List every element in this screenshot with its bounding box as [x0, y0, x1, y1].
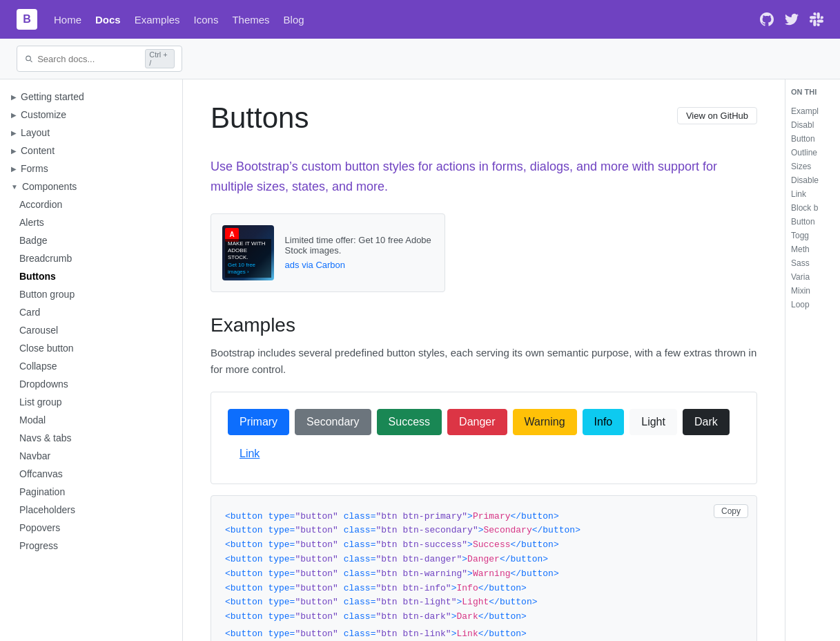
sidebar-item-buttons[interactable]: Buttons: [0, 267, 182, 285]
sidebar-item-content[interactable]: ▶ Content: [0, 142, 182, 160]
copy-button[interactable]: Copy: [714, 504, 748, 518]
sidebar-item-forms[interactable]: ▶ Forms: [0, 160, 182, 178]
sidebar-item-carousel[interactable]: Carousel: [0, 321, 182, 339]
sidebar-item-card[interactable]: Card: [0, 303, 182, 321]
sidebar-item-close-button[interactable]: Close button: [0, 339, 182, 357]
search-input-wrap[interactable]: Ctrl + /: [17, 46, 182, 72]
sidebar-item-navbar[interactable]: Navbar: [0, 447, 182, 465]
right-sidebar-item-outline[interactable]: Outline: [791, 146, 834, 160]
right-sidebar-item-disabled[interactable]: Disabl: [791, 118, 834, 132]
navbar-right: [760, 12, 823, 26]
sidebar-item-progress[interactable]: Progress: [0, 537, 182, 555]
sidebar-item-button-group[interactable]: Button group: [0, 285, 182, 303]
code-line: <button type="button" class="btn btn-dan…: [225, 553, 743, 567]
btn-link[interactable]: Link: [228, 441, 271, 467]
nav-themes[interactable]: Themes: [232, 14, 269, 26]
right-sidebar-item-link[interactable]: Link: [791, 187, 834, 201]
examples-desc: Bootstrap includes several predefined bu…: [211, 345, 757, 378]
sidebar-item-dropdowns[interactable]: Dropdowns: [0, 375, 182, 393]
sidebar-item-getting-started[interactable]: ▶ Getting started: [0, 88, 182, 106]
github-icon[interactable]: [760, 12, 774, 26]
code-line: <button type="button" class="btn btn-dar…: [225, 610, 743, 624]
nav-links: Home Docs Examples Icons Themes Blog: [54, 14, 304, 26]
code-content: <button type="button" class="btn btn-pri…: [225, 510, 743, 641]
right-sidebar-item-button[interactable]: Button: [791, 132, 834, 146]
right-sidebar-item-sizes[interactable]: Sizes: [791, 160, 834, 173]
right-sidebar-item-block-b[interactable]: Block b: [791, 201, 834, 215]
btn-success[interactable]: Success: [377, 409, 442, 435]
sidebar-item-layout[interactable]: ▶ Layout: [0, 124, 182, 142]
code-line: <button type="button" class="btn btn-lig…: [225, 595, 743, 610]
search-input[interactable]: [37, 54, 141, 64]
brand-link[interactable]: B: [17, 9, 37, 30]
right-sidebar: On thi Exampl Disabl Button Outline Size…: [785, 79, 840, 641]
right-sidebar-item-loop[interactable]: Loop: [791, 298, 834, 312]
sidebar-item-alerts[interactable]: Alerts: [0, 213, 182, 231]
right-sidebar-item-mixins[interactable]: Mixin: [791, 284, 834, 298]
nav-examples[interactable]: Examples: [135, 14, 180, 26]
brand-icon: B: [17, 9, 37, 30]
sidebar-item-modal[interactable]: Modal: [0, 411, 182, 429]
chevron-right-icon: ▶: [11, 129, 17, 137]
search-shortcut: Ctrl + /: [145, 49, 175, 68]
lead-text: Use Bootstrap’s custom button styles for…: [211, 157, 757, 197]
btn-dark[interactable]: Dark: [683, 409, 730, 435]
right-sidebar-item-sass[interactable]: Sass: [791, 256, 834, 270]
slack-icon[interactable]: [810, 12, 823, 26]
sidebar-item-pagination[interactable]: Pagination: [0, 483, 182, 501]
ad-text-content: Limited time offer: Get 10 free Adobe St…: [285, 235, 433, 270]
search-icon: [24, 54, 33, 64]
sidebar-item-placeholders[interactable]: Placeholders: [0, 501, 182, 519]
chevron-right-icon: ▶: [11, 111, 17, 119]
sidebar-item-popovers[interactable]: Popovers: [0, 519, 182, 537]
code-line: <button type="button" class="btn btn-lin…: [225, 627, 743, 641]
sidebar-item-accordion[interactable]: Accordion: [0, 195, 182, 213]
sidebar-item-breadcrumb[interactable]: Breadcrumb: [0, 249, 182, 267]
sidebar-item-badge[interactable]: Badge: [0, 231, 182, 249]
ad-box: A MAKE IT WITH ADOBE STOCK.Get 10 free i…: [211, 213, 445, 292]
btn-light[interactable]: Light: [629, 409, 677, 435]
button-demo-box: Primary Secondary Success Danger Warning…: [211, 392, 757, 484]
navbar: B Home Docs Examples Icons Themes Blog: [0, 0, 840, 39]
ad-via-carbon: ads via Carbon: [285, 260, 433, 270]
nav-blog[interactable]: Blog: [284, 14, 304, 26]
view-on-github-button[interactable]: View on GitHub: [677, 107, 757, 124]
code-box: Copy <button type="button" class="btn bt…: [211, 495, 757, 641]
right-sidebar-item-button2[interactable]: Button: [791, 215, 834, 229]
right-sidebar-item-examples[interactable]: Exampl: [791, 104, 834, 118]
right-sidebar-item-toggle[interactable]: Togg: [791, 229, 834, 242]
btn-secondary[interactable]: Secondary: [295, 409, 371, 435]
search-bar: Ctrl + /: [0, 39, 840, 79]
right-sidebar-item-variables[interactable]: Varia: [791, 270, 834, 284]
btn-primary[interactable]: Primary: [228, 409, 289, 435]
chevron-right-icon: ▶: [11, 165, 17, 173]
sidebar-item-offcanvas[interactable]: Offcanvas: [0, 465, 182, 483]
right-sidebar-item-methods[interactable]: Meth: [791, 242, 834, 256]
btn-info[interactable]: Info: [583, 409, 625, 435]
nav-icons[interactable]: Icons: [194, 14, 219, 26]
sidebar-item-customize[interactable]: ▶ Customize: [0, 106, 182, 124]
code-line: <button type="button" class="btn btn-suc…: [225, 538, 743, 553]
code-line: <button type="button" class="btn btn-sec…: [225, 524, 743, 538]
sidebar-item-navs-tabs[interactable]: Navs & tabs: [0, 429, 182, 447]
sidebar-item-list-group[interactable]: List group: [0, 393, 182, 411]
btn-danger[interactable]: Danger: [447, 409, 507, 435]
sidebar-item-collapse[interactable]: Collapse: [0, 357, 182, 375]
code-line: <button type="button" class="btn btn-war…: [225, 567, 743, 582]
main-content: Buttons View on GitHub Use Bootstrap’s c…: [183, 79, 785, 641]
twitter-icon[interactable]: [785, 12, 799, 26]
right-sidebar-title: On thi: [791, 88, 834, 96]
sidebar-item-components[interactable]: ▼ Components: [0, 178, 182, 195]
code-line: <button type="button" class="btn btn-inf…: [225, 582, 743, 596]
right-sidebar-item-disable[interactable]: Disable: [791, 173, 834, 187]
ad-offer-text: Limited time offer: Get 10 free Adobe St…: [285, 235, 433, 256]
carbon-link[interactable]: ads via Carbon: [285, 260, 345, 270]
chevron-down-icon: ▼: [11, 183, 18, 191]
nav-docs[interactable]: Docs: [95, 14, 121, 26]
layout: ▶ Getting started ▶ Customize ▶ Layout ▶…: [0, 79, 840, 641]
examples-heading: Examples: [211, 314, 757, 336]
btn-warning[interactable]: Warning: [513, 409, 577, 435]
chevron-right-icon: ▶: [11, 93, 17, 101]
page-title: Buttons: [211, 102, 309, 135]
nav-home[interactable]: Home: [54, 14, 81, 26]
